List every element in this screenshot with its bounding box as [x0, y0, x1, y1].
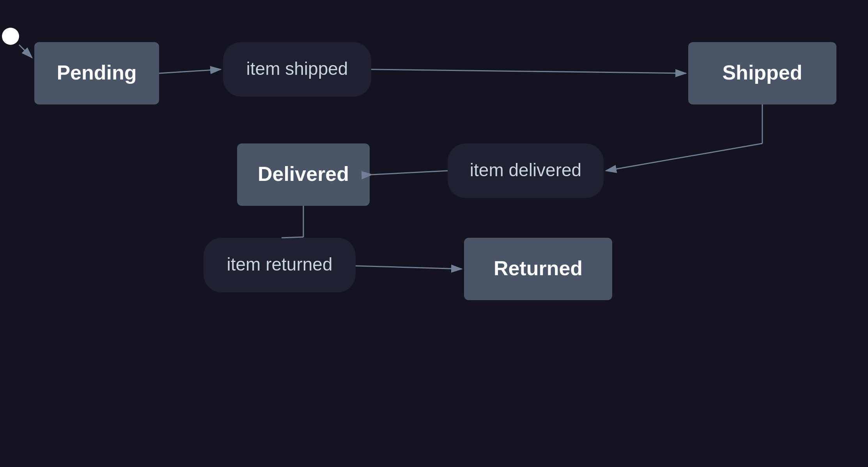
returned-state-label: Returned — [494, 257, 583, 279]
item-returned-to-returned-arrow — [356, 266, 462, 269]
shipped-column-to-item-delivered-arrow — [606, 143, 762, 171]
shipped-state-label: Shipped — [722, 61, 802, 84]
item-delivered-transition-label: item delivered — [470, 160, 581, 180]
delivered-state-label: Delivered — [258, 163, 349, 185]
pending-state-label: Pending — [57, 61, 136, 84]
item-shipped-transition-label: item shipped — [246, 58, 348, 79]
item-shipped-to-shipped-arrow — [371, 69, 686, 73]
item-returned-transition-label: item returned — [227, 254, 332, 274]
start-to-pending-arrow — [19, 45, 32, 58]
item-delivered-to-delivered-arrow — [372, 171, 448, 175]
diagram-container: Pending Shipped Delivered Returned item … — [0, 0, 868, 467]
delivered-column-to-item-returned — [282, 237, 303, 238]
pending-to-item-shipped-arrow — [159, 69, 221, 73]
start-node — [2, 28, 19, 45]
